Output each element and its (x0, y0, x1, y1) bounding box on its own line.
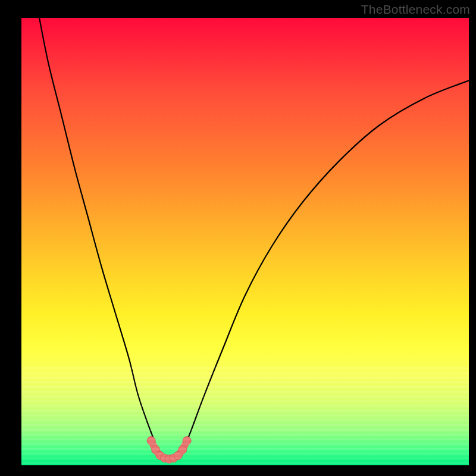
watermark-text: TheBottleneck.com (361, 2, 470, 17)
valley-dot (147, 437, 155, 445)
valley-dot (178, 446, 187, 454)
curve-layer (21, 18, 469, 465)
right-curve (183, 80, 469, 452)
chart-frame: TheBottleneck.com (0, 0, 476, 476)
valley-dot (183, 437, 191, 445)
left-curve (39, 18, 158, 452)
valley-marker-dots (147, 437, 191, 464)
plot-area (21, 18, 469, 465)
